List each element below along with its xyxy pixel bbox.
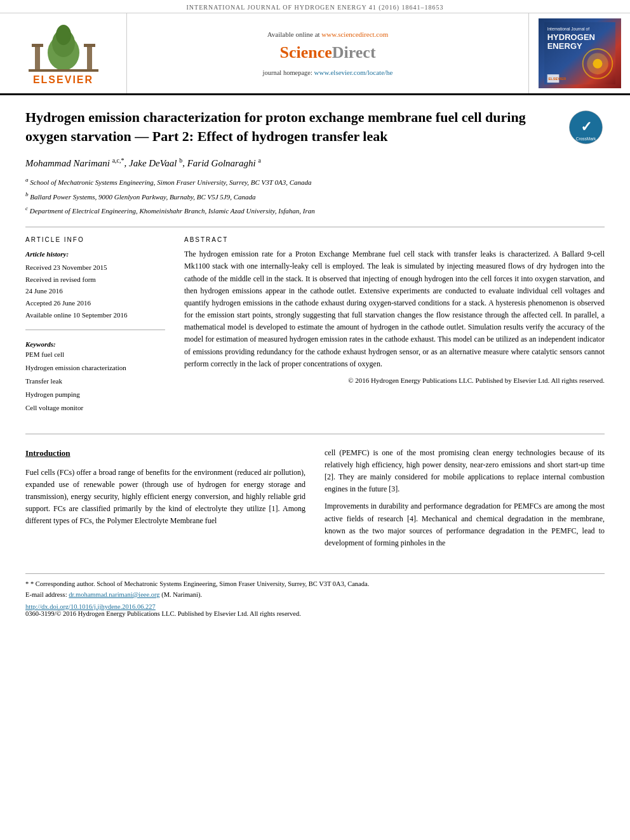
journal-homepage-link[interactable]: www.elsevier.com/locate/he [314,69,393,76]
doi-line: http://dx.doi.org/10.1016/j.ijhydene.201… [25,603,605,610]
svg-point-3 [56,25,71,45]
article-info-header: ARTICLE INFO [25,236,165,243]
journal-cover-image: International Journal of HYDROGEN ENERGY… [539,18,621,88]
journal-homepage-line: journal homepage: www.elsevier.com/locat… [263,69,393,76]
svg-text:HYDROGEN: HYDROGEN [547,32,594,42]
intro-para-3: Improvements in durability and performan… [325,500,605,549]
article-title-area: Hydrogen emission characterization for p… [25,108,605,145]
revised-date: 24 June 2016 [25,285,165,297]
article-title: Hydrogen emission characterization for p… [25,108,605,145]
available-online-date: Available online 10 September 2016 [25,309,165,321]
accepted-date: Accepted 26 June 2016 [25,297,165,309]
copyright-notice: © 2016 Hydrogen Energy Publications LLC.… [184,375,605,387]
svg-point-15 [593,59,602,69]
svg-rect-7 [84,44,95,47]
corresponding-author: * * Corresponding author. School of Mech… [25,579,605,601]
svg-text:ENERGY: ENERGY [547,41,582,51]
body-col-left: Introduction Fuel cells (FCs) offer a br… [25,447,305,555]
body-content: Introduction Fuel cells (FCs) offer a br… [25,434,605,555]
article-info-column: ARTICLE INFO Article history: Received 2… [25,236,165,415]
intro-para-2: cell (PEMFC) is one of the most promisin… [325,447,605,496]
keyword-item: Transfer leak [25,375,165,388]
affiliation-b: b Ballard Power Systems, 9000 Glenlyon P… [25,190,605,203]
doi-link[interactable]: http://dx.doi.org/10.1016/j.ijhydene.201… [25,603,156,610]
received-date: Received 23 November 2015 [25,262,165,274]
abstract-column: ABSTRACT The hydrogen emission rate for … [184,236,605,415]
affiliation-c: c Department of Electrical Engineering, … [25,204,605,217]
journal-header: ELSEVIER Available online at www.science… [0,13,630,95]
svg-text:CrossMark: CrossMark [575,137,596,141]
svg-text:✓: ✓ [580,119,591,135]
abstract-text: The hydrogen emission rate for a Proton … [184,248,605,386]
info-abstract-section: ARTICLE INFO Article history: Received 2… [25,236,605,415]
journal-cover-svg: International Journal of HYDROGEN ENERGY… [542,22,618,84]
page-footer: * * Corresponding author. School of Mech… [25,573,605,617]
corresponding-label: * * Corresponding author. School of Mech… [25,580,369,587]
affiliation-a: a School of Mechatronic Systems Engineer… [25,175,605,188]
svg-text:ELSEVIER: ELSEVIER [548,77,566,81]
authors-line: Mohammad Narimani a,c,*, Jake DeVaal b, … [25,157,605,169]
svg-rect-4 [35,46,40,70]
keywords-list: PEM fuel cellHydrogen emission character… [25,348,165,414]
body-col-right: cell (PEMFC) is one of the most promisin… [325,447,605,555]
introduction-title: Introduction [25,447,305,460]
svg-rect-6 [32,44,43,47]
crossmark-icon: ✓ CrossMark [568,110,603,145]
svg-rect-8 [29,69,98,72]
crossmark-badge[interactable]: ✓ CrossMark [566,108,605,146]
elsevier-tree-icon [25,21,102,72]
abstract-header: ABSTRACT [184,236,605,243]
keyword-item: PEM fuel cell [25,348,165,361]
email-link[interactable]: dr.mohammad.narimani@ieee.org [69,591,159,598]
title-separator [25,227,605,227]
svg-rect-5 [87,46,92,70]
elsevier-logo-area: ELSEVIER [0,13,127,93]
email-line: E-mail address: dr.mohammad.narimani@iee… [25,591,202,598]
affiliations-section: a School of Mechatronic Systems Engineer… [25,175,605,217]
info-separator [25,330,165,330]
sciencedirect-header: Available online at www.sciencedirect.co… [127,13,528,93]
banner-text: INTERNATIONAL JOURNAL OF HYDROGEN ENERGY… [186,4,443,11]
journal-banner: INTERNATIONAL JOURNAL OF HYDROGEN ENERGY… [0,0,630,13]
main-content-area: Hydrogen emission characterization for p… [0,95,630,630]
body-two-col: Introduction Fuel cells (FCs) offer a br… [25,447,605,555]
available-online-text: Available online at www.sciencedirect.co… [267,30,389,38]
intro-para-1: Fuel cells (FCs) offer a broad range of … [25,467,305,528]
sciencedirect-url[interactable]: www.sciencedirect.com [321,30,388,38]
keyword-item: Cell voltage monitor [25,401,165,415]
revised-label: Received in revised form [25,274,165,286]
keyword-item: Hydrogen emission characterization [25,361,165,375]
keywords-label: Keywords: [25,340,165,348]
article-history: Article history: Received 23 November 20… [25,248,165,321]
keyword-item: Hydrogen pumping [25,388,165,401]
journal-cover-area: International Journal of HYDROGEN ENERGY… [528,13,630,93]
svg-text:International Journal of: International Journal of [547,27,589,31]
issn-line: 0360-3199/© 2016 Hydrogen Energy Publica… [25,610,605,617]
sciencedirect-logo: ScienceDirect [279,43,375,62]
elsevier-wordmark: ELSEVIER [33,74,93,86]
history-label: Article history: [25,248,165,260]
keywords-section: Keywords: PEM fuel cellHydrogen emission… [25,340,165,414]
